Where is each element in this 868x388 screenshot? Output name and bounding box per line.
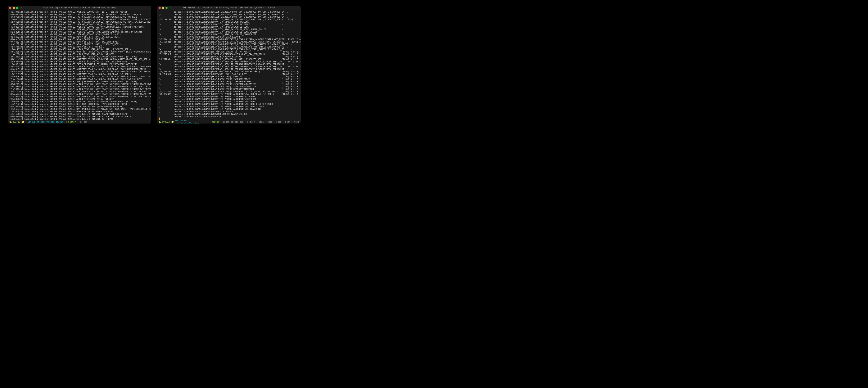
log-line: [d7/b2f147] Submitted process > NFCORE_R… — [9, 83, 150, 86]
log-line: [5d/8e69ef] Submitted process > NFCORE_R… — [9, 118, 150, 120]
zoom-icon[interactable] — [16, 7, 18, 9]
python-version: 🐍 py3.12 — [9, 121, 20, 123]
log-line: [27/1a3056] Submitted process > NFCORE_R… — [9, 56, 150, 58]
log-line: [40/69a513] Submitted process > NFCORE_R… — [9, 75, 150, 78]
log-line: [47/56dd1c] Submitted process > NFCORE_R… — [9, 108, 150, 110]
log-line: [- ] process > NFCORE_RNASEQ:RNASEQ:BAM_… — [159, 83, 299, 86]
log-line: [- ] process > NFCORE_RNASEQ:RNASEQ:BAM_… — [159, 86, 299, 88]
log-line: [0f/f275c7] process > NFCORE_RNASEQ:RNAS… — [159, 53, 299, 56]
log-line: [c7/6e487e] Submitted process > NFCORE_R… — [9, 48, 150, 51]
log-line: [1f/c99d36] Submitted process > NFCORE_R… — [9, 63, 150, 65]
git-branch: ᚴ master • — [210, 121, 221, 123]
log-line: [95/aa62b8] Submitted process > NFCORE_R… — [9, 28, 150, 31]
log-line: [ac/0b2d8a] Submitted process > NFCORE_R… — [9, 21, 150, 23]
log-line: [- ] process > NFCORE_RNASEQ:RNASEQ:BAM_… — [159, 80, 299, 83]
titlebar: ⌘1 ewels@Philips-MacBook-Pro:~/GitHub/nf… — [8, 6, 151, 10]
log-line: [- ] process > NFCORE_RNASEQ:RNASEQ:BEDG… — [159, 63, 299, 65]
log-line: [- ] process > NFCORE_RNASEQ:RNASEQ:ALIG… — [159, 16, 299, 18]
log-line: [bd/10e364] process > NFCORE_RNASEQ:RNAS… — [159, 70, 299, 73]
log-line: [- ] process > NFCORE_RNASEQ:RNASEQ:QUAN… — [159, 98, 299, 100]
terminal-left[interactable]: ⌘1 ewels@Philips-MacBook-Pro:~/GitHub/nf… — [8, 6, 151, 124]
log-line: [98/2370df] Submitted process > NFCORE_R… — [9, 98, 150, 100]
log-line: [- ] process > NFCORE_RNASEQ:RNASEQ:QUAN… — [159, 103, 299, 105]
log-line: [- ] process > NFCORE_RNASEQ:RNASEQ:QUAN… — [159, 28, 299, 31]
log-line: [47/56dd1c] process > NFCORE_RNASEQ:RNAS… — [159, 41, 299, 43]
log-line: [- ] process > NFCORE_RNASEQ:RNASEQ:BAM_… — [159, 43, 299, 45]
log-line: [c6/6b6fd0] Submitted process > NFCORE_R… — [9, 61, 150, 63]
log-line: [- ] process > NFCORE_RNASEQ:RNASEQ:QUAN… — [159, 21, 299, 23]
status-bar: 🐍 py3.12 📁 ~/GitHub/nf-core/rnaseq/testi… — [157, 120, 301, 124]
log-line: [- ] process > NFCORE_RNASEQ:RNASEQ:QUAN… — [159, 108, 299, 110]
log-line: [4f/7bb5d7] process > NFCORE_RNASEQ:RNAS… — [159, 73, 299, 75]
terminal-output[interactable]: [42/794ea8] Submitted process > NFCORE_R… — [8, 10, 151, 120]
log-line: [49/a49d8d] Submitted process > NFCORE_R… — [9, 13, 150, 16]
log-line: [c5/1fc157] Submitted process > NFCORE_R… — [9, 73, 150, 75]
log-line: [- ] process > NFCORE_RNASEQ:RNASEQ:MULT… — [159, 56, 299, 58]
log-line: [- ] process > NFCORE_RNASEQ:RNASEQ:QUAN… — [159, 105, 299, 108]
log-line: [96/a73a0e] Submitted process > NFCORE_R… — [9, 33, 150, 36]
log-line: [- ] process > NFCORE_RNASEQ:RNASEQ:QUAN… — [159, 100, 299, 103]
log-line: [- ] process > NFCORE_RNASEQ:RNASEQ:BAM_… — [159, 75, 299, 78]
log-line: [- ] process > NFCORE_RNASEQ:RNASEQ:ALIG… — [159, 11, 299, 13]
log-line: [a9/3fe2ef] Submitted process > NFCORE_R… — [9, 90, 150, 93]
log-line: [d8/ae631c] Submitted process > NFCORE_R… — [9, 36, 150, 38]
log-line: [ff/bdb03b] Submitted process > NFCORE_R… — [9, 18, 150, 21]
log-line: [61/1caa57] Submitted process > NFCORE_R… — [9, 58, 150, 61]
log-line: [7e/5048c6] Submitted process > NFCORE_R… — [9, 88, 150, 90]
log-line: [c6/97bb1d] Submitted process > NFCORE_R… — [9, 103, 150, 105]
log-line: [ef/fed66e] Submitted process > NFCORE_R… — [9, 113, 150, 115]
log-line: [43/e7eca0] Submitted process > NFCORE_R… — [9, 45, 150, 48]
minimize-icon[interactable] — [162, 7, 164, 9]
log-line: [- ] process > NFCORE_RNASEQ:RNASEQ:CUST… — [159, 113, 299, 115]
zoom-icon[interactable] — [165, 7, 167, 9]
close-icon[interactable] — [159, 7, 161, 9]
log-line: [76/032874] process > NFCORE_RNASEQ:RNAS… — [159, 93, 299, 95]
log-line: [64/8b2a08] Submitted process > NFCORE_R… — [9, 115, 150, 118]
log-line: [88/ea7e3e] Submitted process > NFCORE_R… — [9, 93, 150, 95]
titlebar: ⌘1 NXF_VER=23.10.1 nextflow run nf-core/… — [157, 6, 301, 10]
log-line: [- ] process > NFCORE_RNASEQ:RNASEQ:QUAN… — [159, 33, 299, 36]
log-line: [c6/97bb1d] process > NFCORE_RNASEQ:RNAS… — [159, 58, 299, 61]
log-line: [84/e49dd7] Submitted process > NFCORE_R… — [9, 70, 150, 73]
log-line: [ea/fd74f9] process > NFCORE_RNASEQ:RNAS… — [159, 90, 299, 93]
log-line: [- ] process > NFCORE_RNASEQ:RNASEQ:DESE… — [159, 110, 299, 113]
cursor — [159, 118, 160, 120]
tab-index: ⌘1 — [21, 6, 23, 9]
log-line: [- ] process > NFCORE_RNASEQ:RNASEQ:BAM_… — [159, 88, 299, 90]
log-line: [cb/fe9a40] Submitted process > NFCORE_R… — [9, 95, 150, 98]
log-line: [a4/accf25] Submitted process > NFCORE_R… — [9, 65, 150, 68]
terminal-right[interactable]: ⌘1 NXF_VER=23.10.1 nextflow run nf-core/… — [157, 6, 301, 124]
log-line: [d1/eac3d1] Submitted process > NFCORE_R… — [9, 38, 150, 41]
minimize-icon[interactable] — [13, 7, 15, 9]
log-line: [5d/8e69ef] process > NFCORE_RNASEQ:RNAS… — [159, 51, 299, 53]
log-line: [- ] process > NFCORE_RNASEQ:RNASEQ:QUAN… — [159, 31, 299, 33]
process-chain: 🖥 com.docker.cli ◂ docker ◂ bash ◂ bash … — [223, 121, 299, 123]
log-line: [- ] process > NFCORE_RNASEQ:RNASEQ:DESE… — [159, 36, 299, 38]
terminal-output[interactable]: [- ] process > NFCORE_RNASEQ:RNASEQ:ALIG… — [157, 10, 301, 120]
cwd-path: 📁 ~/GitHub/nf-core/rnaseq/testing — [22, 121, 65, 123]
log-line: [a4/2c08af] Submitted process > NFCORE_R… — [9, 51, 150, 53]
status-bar: 🐍 py3.12 📁 ~/GitHub/nf-core/rnaseq/testi… — [8, 120, 151, 124]
cwd-path: 📁 ~/GitHub/nf-core/rnaseq/testing — [171, 119, 208, 124]
log-line: [f6/1dd852] Submitted process > NFCORE_R… — [9, 110, 150, 113]
log-line: [- ] process > NFCORE_RNASEQ:RNASEQ:MULT… — [159, 115, 299, 118]
window-title: ewels@Philips-MacBook-Pro:~/GitHub/nf-co… — [8, 6, 151, 9]
window-title: NXF_VER=23.10.1 nextflow run nf-core/rna… — [157, 6, 301, 9]
log-line: [a0/87d537] Submitted process > NFCORE_R… — [9, 80, 150, 83]
log-line: [88/fe1bbf] Submitted process > NFCORE_R… — [9, 86, 150, 88]
log-line: [- ] process > NFCORE_RNASEQ:RNASEQ:ALIG… — [159, 13, 299, 16]
log-line: [c7/8f0ba7] Submitted process > NFCORE_R… — [9, 16, 150, 18]
log-line: [0d/c9c119] process > NFCORE_RNASEQ:RNAS… — [159, 18, 299, 21]
log-line: [- ] process > NFCORE_RNASEQ:RNASEQ:BAM_… — [159, 45, 299, 48]
log-line: [49/8d20f1] Submitted process > NFCORE_R… — [9, 26, 150, 28]
git-branch: ᚴ master • — [66, 121, 78, 123]
log-line: [- ] process > NFCORE_RNASEQ:RNASEQ:QUAN… — [159, 95, 299, 98]
close-icon[interactable] — [9, 7, 11, 9]
log-line: [- ] process > NFCORE_RNASEQ:RNASEQ:BAM_… — [159, 48, 299, 51]
log-line: [bd/10e364] Submitted process > NFCORE_R… — [9, 105, 150, 108]
log-line: [- ] process > NFCORE_RNASEQ:RNASEQ:QUAN… — [159, 26, 299, 28]
log-line: [42/794ea8] Submitted process > NFCORE_R… — [9, 11, 150, 13]
log-line: [- ] process > NFCORE_RNASEQ:RNASEQ:QUAN… — [159, 23, 299, 26]
traffic-lights — [159, 7, 167, 9]
log-line: [ce/d280ea] Submitted process > NFCORE_R… — [9, 53, 150, 56]
